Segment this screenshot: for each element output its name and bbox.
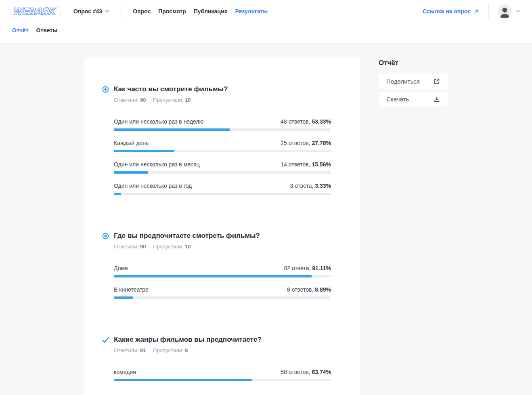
question-title: Как часто вы смотрите фильмы? [114, 85, 331, 94]
answer-count-text: 3 ответа, [290, 183, 313, 189]
progress-bar-fill [114, 171, 148, 174]
answer-label: Дома [114, 265, 128, 271]
share-button-label: Поделиться [386, 78, 420, 85]
answer-count: 58 ответов, 63.74% [281, 369, 331, 375]
answer-label: Один или несколько раз в неделю [114, 118, 203, 125]
download-button[interactable]: Скачать [379, 92, 448, 107]
share-button[interactable]: Поделиться [379, 74, 448, 89]
report-side-panel: Отчёт Поделиться Скачать [379, 58, 448, 109]
answers-list: Дома 82 ответа, 91.11% В кинотеатре 8 от… [114, 265, 331, 299]
skipped-label: Пропустили: [153, 97, 183, 103]
answer-count: 3 ответа, 3.33% [290, 183, 331, 189]
app-header: WEBASK Опрос #43 Опрос Просмотр Публикац… [0, 0, 532, 44]
download-icon [434, 96, 440, 103]
answer-count: 14 ответов, 15.56% [281, 161, 331, 168]
checkmark-question-icon [102, 336, 109, 343]
answer-row: Один или несколько раз в год 3 ответа, 3… [114, 183, 331, 195]
answer-count: 8 ответов, 8.89% [287, 286, 331, 293]
header-divider [488, 4, 489, 19]
answer-row: Дома 82 ответа, 91.11% [114, 265, 331, 277]
question-block-1: Как часто вы смотрите фильмы? Ответили: … [114, 85, 331, 195]
survey-selector-label: Опрос #43 [73, 8, 102, 15]
answer-row: Один или несколько раз в месяц 14 ответо… [114, 161, 331, 174]
answer-count: 25 ответов, 27.78% [281, 140, 331, 146]
answer-count-text: 8 ответов, [287, 286, 314, 293]
external-link-icon [433, 78, 440, 85]
radio-question-icon [102, 233, 109, 240]
answer-row: комедия 58 ответов, 63.74% [114, 369, 331, 381]
radio-question-icon [102, 86, 109, 93]
progress-bar-track [114, 171, 331, 174]
report-card: Как часто вы смотрите фильмы? Ответили: … [84, 58, 360, 395]
progress-bar-fill [114, 275, 312, 277]
progress-bar-fill [114, 379, 252, 381]
answer-label: комедия [114, 369, 136, 375]
progress-bar-fill [114, 128, 230, 131]
question-meta: Ответили: 90 Пропустили: 10 [114, 244, 331, 250]
question-meta: Ответили: 90 Пропустили: 10 [114, 97, 331, 103]
answer-percent: 63.74% [312, 369, 331, 375]
survey-link-button[interactable]: Ссылка на опрос [423, 8, 479, 15]
answer-percent: 53.33% [312, 118, 331, 125]
report-tabs: Отчёт Ответы [0, 27, 532, 34]
user-avatar [498, 4, 512, 19]
header-divider [61, 5, 61, 17]
answered-label: Ответили: [114, 244, 138, 250]
question-block-3: Какие жанры фильмов вы предпочитаете? От… [114, 335, 331, 381]
question-meta: Ответили: 91 Пропустили: 9 [114, 347, 331, 353]
tab-report[interactable]: Отчёт [12, 27, 29, 34]
answered-count: 90 [140, 97, 146, 103]
progress-bar-track [114, 150, 331, 152]
answer-label: В кинотеатре [114, 286, 149, 293]
answer-percent: 91.11% [312, 265, 331, 271]
answer-percent: 8.89% [315, 286, 331, 293]
chevron-down-icon [105, 10, 109, 13]
answers-list: комедия 58 ответов, 63.74% [114, 369, 331, 381]
answer-count-text: 82 ответа, [284, 265, 311, 271]
progress-bar-track [114, 128, 331, 131]
answer-percent: 15.56% [312, 161, 331, 168]
answered-label: Ответили: [114, 97, 138, 103]
nav-item-preview[interactable]: Просмотр [158, 8, 186, 15]
header-divider [121, 5, 122, 17]
answer-label: Каждый день [114, 140, 149, 146]
side-panel-title: Отчёт [379, 59, 448, 67]
answer-count: 48 ответов, 53.33% [281, 118, 331, 125]
survey-selector-dropdown[interactable]: Опрос #43 [68, 8, 115, 15]
skipped-count: 9 [185, 347, 188, 353]
answer-count-text: 58 ответов, [281, 369, 310, 375]
answer-count-text: 48 ответов, [281, 118, 310, 125]
answer-count-text: 14 ответов, [281, 161, 310, 168]
main-nav: Опрос Просмотр Публикация Результаты [133, 8, 268, 15]
progress-bar-fill [114, 296, 133, 299]
progress-bar-fill [114, 150, 174, 152]
answer-percent: 27.78% [312, 140, 331, 146]
nav-item-publication[interactable]: Публикация [194, 8, 228, 15]
tab-answers[interactable]: Ответы [36, 27, 58, 34]
skipped-label: Пропустили: [153, 347, 183, 353]
answer-row: Один или несколько раз в неделю 48 ответ… [114, 118, 331, 131]
progress-bar-track [114, 275, 331, 277]
nav-item-results[interactable]: Результаты [235, 8, 268, 15]
progress-bar-track [114, 193, 331, 195]
progress-bar-track [114, 379, 331, 381]
answer-label: Один или несколько раз в год [114, 183, 192, 189]
main-area: Как часто вы смотрите фильмы? Ответили: … [0, 44, 532, 395]
answer-percent: 3.33% [315, 183, 331, 189]
survey-link-label: Ссылка на опрос [423, 8, 471, 15]
progress-bar-fill [114, 193, 121, 195]
skipped-count: 10 [185, 97, 191, 103]
answer-label: Один или несколько раз в месяц [114, 161, 200, 168]
progress-bar-track [114, 296, 331, 299]
header-main-row: WEBASK Опрос #43 Опрос Просмотр Публикац… [0, 0, 532, 23]
download-button-label: Скачать [386, 96, 409, 103]
answered-count: 91 [140, 347, 146, 353]
answered-label: Ответили: [114, 347, 138, 353]
answer-row: Каждый день 25 ответов, 27.78% [114, 140, 331, 152]
user-menu[interactable] [498, 4, 520, 19]
answered-count: 90 [140, 244, 146, 250]
chevron-down-icon [516, 10, 520, 13]
nav-item-survey[interactable]: Опрос [133, 8, 151, 15]
answer-count-text: 25 ответов, [281, 140, 310, 146]
webask-logo[interactable]: WEBASK [12, 6, 55, 17]
